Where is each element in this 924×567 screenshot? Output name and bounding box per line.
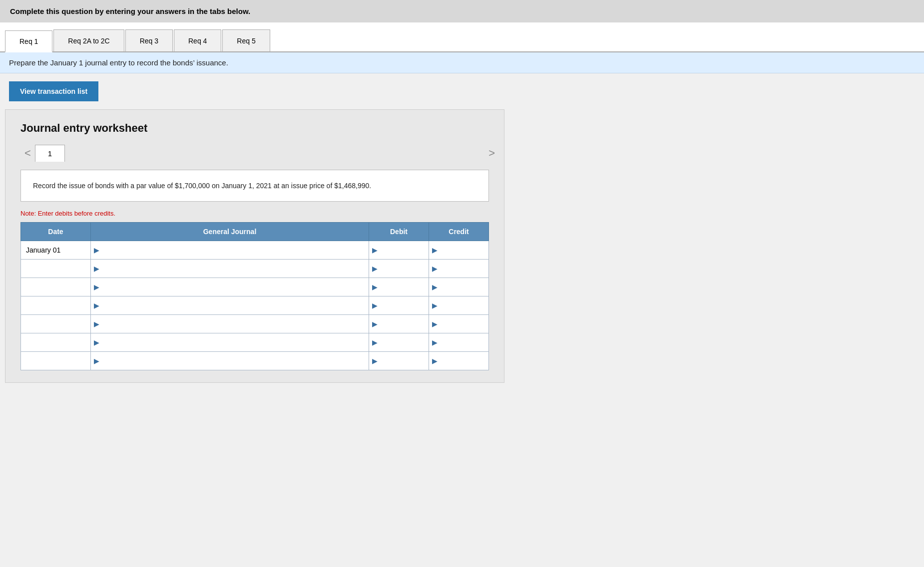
general-journal-input[interactable] — [101, 278, 368, 296]
table-row: ▶▶▶ — [21, 315, 489, 333]
debit-cell[interactable]: ▶ — [369, 315, 429, 333]
tabs-container: Req 1 Req 2A to 2C Req 3 Req 4 Req 5 — [0, 22, 924, 52]
description-text: Record the issue of bonds with a par val… — [33, 182, 371, 190]
credit-cell[interactable]: ▶ — [429, 278, 489, 296]
general-journal-cell[interactable]: ▶ — [91, 352, 369, 370]
debit-input[interactable] — [380, 260, 428, 278]
credit-cell[interactable]: ▶ — [429, 333, 489, 352]
table-row: ▶▶▶ — [21, 260, 489, 278]
journal-arrow-icon: ▶ — [92, 246, 101, 254]
debit-cell[interactable]: ▶ — [369, 333, 429, 352]
debit-cell[interactable]: ▶ — [369, 352, 429, 370]
credit-arrow-icon: ▶ — [430, 357, 440, 365]
header-credit: Credit — [429, 223, 489, 241]
credit-input[interactable] — [440, 315, 487, 333]
debit-cell[interactable]: ▶ — [369, 241, 429, 260]
note-text: Note: Enter debits before credits. — [20, 210, 489, 217]
tab-req3[interactable]: Req 3 — [125, 29, 173, 51]
debit-cell[interactable]: ▶ — [369, 278, 429, 296]
credit-arrow-icon: ▶ — [430, 265, 440, 273]
header-general-journal: General Journal — [91, 223, 369, 241]
debit-input[interactable] — [380, 296, 428, 314]
credit-input[interactable] — [440, 333, 487, 351]
req-instruction-text: Prepare the January 1 journal entry to r… — [9, 58, 228, 67]
general-journal-input[interactable] — [101, 352, 368, 370]
debit-arrow-icon: ▶ — [370, 283, 380, 291]
debit-cell[interactable]: ▶ — [369, 296, 429, 315]
journal-arrow-icon: ▶ — [92, 320, 101, 328]
debit-input[interactable] — [380, 278, 428, 296]
req-instruction: Prepare the January 1 journal entry to r… — [0, 52, 924, 73]
journal-arrow-icon: ▶ — [92, 283, 101, 291]
credit-arrow-icon: ▶ — [430, 320, 440, 328]
debit-arrow-icon: ▶ — [370, 338, 380, 346]
general-journal-input[interactable] — [101, 260, 368, 278]
general-journal-cell[interactable]: ▶ — [91, 296, 369, 315]
instruction-bar: Complete this question by entering your … — [0, 0, 924, 22]
general-journal-cell[interactable]: ▶ — [91, 315, 369, 333]
debit-input[interactable] — [380, 241, 428, 259]
date-cell — [21, 352, 91, 370]
credit-cell[interactable]: ▶ — [429, 296, 489, 315]
general-journal-cell[interactable]: ▶ — [91, 241, 369, 260]
general-journal-input[interactable] — [101, 241, 368, 259]
credit-arrow-icon: ▶ — [430, 246, 440, 254]
worksheet-container: Journal entry worksheet < 1 > Record the… — [5, 109, 504, 383]
credit-input[interactable] — [440, 260, 487, 278]
instruction-text: Complete this question by entering your … — [10, 7, 250, 15]
journal-arrow-icon: ▶ — [92, 338, 101, 346]
tab-req4[interactable]: Req 4 — [174, 29, 221, 51]
debit-cell[interactable]: ▶ — [369, 260, 429, 278]
journal-table: Date General Journal Debit Credit Januar… — [20, 222, 489, 370]
date-cell: January 01 — [21, 241, 91, 260]
table-row: ▶▶▶ — [21, 296, 489, 315]
page-tab[interactable]: 1 — [35, 145, 65, 162]
general-journal-cell[interactable]: ▶ — [91, 260, 369, 278]
credit-input[interactable] — [440, 278, 487, 296]
worksheet-title: Journal entry worksheet — [20, 122, 489, 135]
journal-arrow-icon: ▶ — [92, 301, 101, 309]
table-header-row: Date General Journal Debit Credit — [21, 223, 489, 241]
table-row: ▶▶▶ — [21, 278, 489, 296]
debit-input[interactable] — [380, 315, 428, 333]
date-cell — [21, 278, 91, 296]
journal-arrow-icon: ▶ — [92, 265, 101, 273]
debit-input[interactable] — [380, 352, 428, 370]
tab-req2a-2c[interactable]: Req 2A to 2C — [53, 29, 124, 51]
table-row: ▶▶▶ — [21, 333, 489, 352]
description-box: Record the issue of bonds with a par val… — [20, 170, 489, 202]
debit-arrow-icon: ▶ — [370, 320, 380, 328]
header-debit: Debit — [369, 223, 429, 241]
debit-input[interactable] — [380, 333, 428, 351]
debit-arrow-icon: ▶ — [370, 265, 380, 273]
credit-arrow-icon: ▶ — [430, 301, 440, 309]
tab-req5[interactable]: Req 5 — [222, 29, 270, 51]
debit-arrow-icon: ▶ — [370, 357, 380, 365]
general-journal-input[interactable] — [101, 315, 368, 333]
credit-arrow-icon: ▶ — [430, 283, 440, 291]
debit-arrow-icon: ▶ — [370, 246, 380, 254]
credit-input[interactable] — [440, 352, 487, 370]
general-journal-input[interactable] — [101, 296, 368, 314]
credit-cell[interactable]: ▶ — [429, 260, 489, 278]
general-journal-cell[interactable]: ▶ — [91, 333, 369, 352]
credit-cell[interactable]: ▶ — [429, 352, 489, 370]
date-cell — [21, 333, 91, 352]
general-journal-input[interactable] — [101, 333, 368, 351]
date-cell — [21, 315, 91, 333]
date-cell — [21, 296, 91, 315]
tab-req1[interactable]: Req 1 — [5, 30, 52, 52]
journal-arrow-icon: ▶ — [92, 357, 101, 365]
credit-input[interactable] — [440, 296, 487, 314]
view-transaction-list-button[interactable]: View transaction list — [9, 81, 98, 101]
credit-cell[interactable]: ▶ — [429, 315, 489, 333]
table-row: January 01▶▶▶ — [21, 241, 489, 260]
nav-row: < 1 > — [20, 145, 489, 162]
date-cell — [21, 260, 91, 278]
general-journal-cell[interactable]: ▶ — [91, 278, 369, 296]
credit-cell[interactable]: ▶ — [429, 241, 489, 260]
table-row: ▶▶▶ — [21, 352, 489, 370]
credit-input[interactable] — [440, 241, 487, 259]
next-page-arrow[interactable]: > — [484, 145, 499, 162]
prev-page-arrow[interactable]: < — [20, 145, 35, 162]
